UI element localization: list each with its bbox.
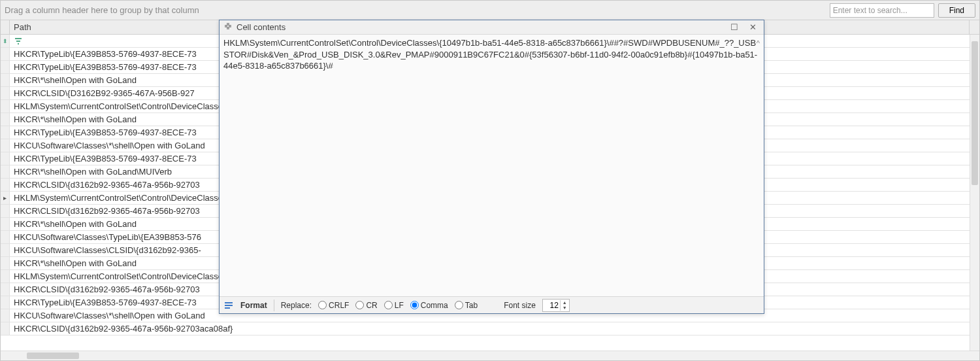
font-size-spinner[interactable]: ▲▼: [542, 299, 570, 312]
row-header[interactable]: [1, 100, 10, 112]
svg-rect-5: [225, 307, 230, 309]
svg-rect-1: [16, 41, 20, 42]
row-header[interactable]: [1, 126, 10, 139]
expand-icon: [223, 22, 233, 33]
header-scroll-spacer: [970, 20, 979, 34]
popup-footer: Format Replace: CRLF CR LF Comma Tab Fon…: [220, 296, 764, 313]
find-button[interactable]: Find: [938, 3, 975, 18]
replace-cr[interactable]: CR: [355, 301, 377, 310]
format-icon: [223, 300, 234, 311]
row-header[interactable]: [1, 87, 10, 99]
replace-comma[interactable]: Comma: [410, 301, 448, 310]
svg-rect-4: [225, 305, 233, 306]
search-input[interactable]: [830, 3, 934, 18]
row-header[interactable]: ⬍: [1, 35, 10, 47]
row-header[interactable]: [1, 139, 10, 152]
search-area: Find: [830, 3, 975, 18]
maximize-button[interactable]: ☐: [727, 22, 742, 32]
row-header[interactable]: [1, 152, 10, 165]
row-header[interactable]: [1, 244, 10, 256]
popup-title: Cell contents: [237, 22, 723, 32]
row-header[interactable]: [1, 296, 10, 309]
footer-divider-1: [274, 300, 274, 311]
table-row[interactable]: HKCR\CLSID\{d3162b92-9365-467a-956b-9270…: [1, 322, 970, 335]
svg-rect-0: [15, 38, 22, 39]
caret-icon: ^: [757, 39, 760, 48]
grid-topbar: Drag a column header here to group by th…: [1, 1, 979, 20]
replace-lf[interactable]: LF: [384, 301, 404, 310]
font-size-label: Font size: [504, 301, 536, 310]
replace-tab[interactable]: Tab: [455, 301, 478, 310]
svg-rect-2: [18, 43, 19, 44]
cell-text: HKLM\System\CurrentControlSet\Control\De…: [223, 38, 757, 71]
spin-up-icon[interactable]: ▲: [561, 300, 569, 305]
format-label[interactable]: Format: [240, 301, 267, 310]
close-button[interactable]: ✕: [745, 22, 760, 32]
row-header[interactable]: [1, 192, 10, 204]
path-cell[interactable]: HKCR\CLSID\{d3162b92-9365-467a-956b-9270…: [10, 322, 970, 335]
vertical-scroll-thumb[interactable]: [972, 41, 978, 185]
filter-icon: [14, 37, 23, 46]
row-header[interactable]: [1, 257, 10, 269]
row-header[interactable]: [1, 283, 10, 296]
replace-label: Replace:: [281, 301, 312, 310]
row-header[interactable]: [1, 179, 10, 191]
cell-contents-popup: Cell contents ☐ ✕ HKLM\System\CurrentCon…: [219, 20, 764, 314]
row-head-spacer: [1, 20, 10, 34]
replace-crlf[interactable]: CRLF: [318, 301, 349, 310]
row-header[interactable]: [1, 165, 10, 178]
row-header[interactable]: [1, 309, 10, 322]
spin-down-icon[interactable]: ▼: [561, 305, 569, 311]
vertical-scrollbar[interactable]: [970, 35, 979, 351]
row-header[interactable]: [1, 205, 10, 217]
row-header[interactable]: [1, 231, 10, 243]
row-header[interactable]: [1, 270, 10, 283]
popup-titlebar[interactable]: Cell contents ☐ ✕: [220, 20, 764, 35]
font-size-value[interactable]: [543, 301, 560, 310]
horizontal-scroll-thumb[interactable]: [27, 352, 79, 359]
svg-rect-3: [225, 302, 233, 303]
row-header[interactable]: [1, 322, 10, 335]
row-header[interactable]: [1, 48, 10, 60]
group-hint: Drag a column header here to group by th…: [5, 5, 199, 15]
row-header[interactable]: [1, 74, 10, 86]
row-header[interactable]: [1, 61, 10, 73]
row-header[interactable]: [1, 218, 10, 230]
popup-body[interactable]: HKLM\System\CurrentControlSet\Control\De…: [220, 35, 764, 296]
horizontal-scrollbar[interactable]: [1, 351, 979, 360]
row-header[interactable]: [1, 113, 10, 126]
